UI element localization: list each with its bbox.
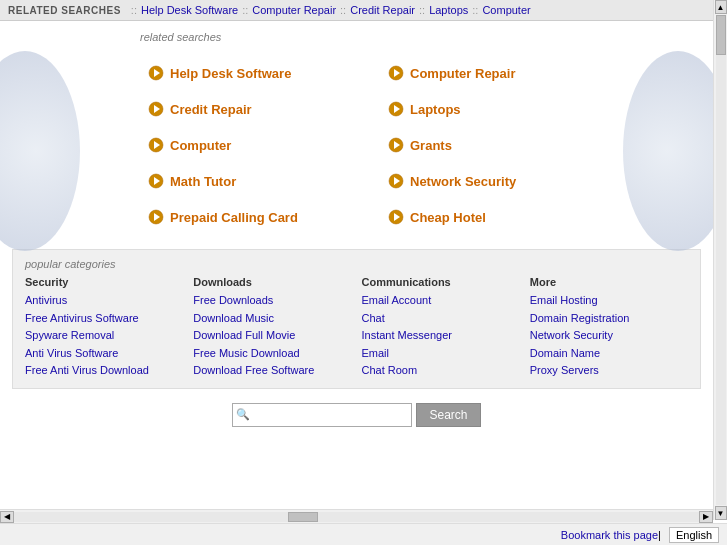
cat-link-domain-name[interactable]: Domain Name <box>530 345 688 363</box>
search-grid: Help Desk Software Computer Repair Credi… <box>140 55 620 235</box>
search-item-prepaid-calling: Prepaid Calling Card <box>140 199 380 235</box>
language-selector[interactable]: English <box>669 527 719 543</box>
cat-link-free-downloads[interactable]: Free Downloads <box>193 292 351 310</box>
nav-link-2[interactable]: Credit Repair <box>350 4 415 16</box>
arrow-icon-3 <box>388 101 404 117</box>
cat-link-chat-room[interactable]: Chat Room <box>362 362 520 380</box>
category-more: More Email Hosting Domain Registration N… <box>530 276 688 380</box>
category-downloads: Downloads Free Downloads Download Music … <box>193 276 351 380</box>
cat-header-communications: Communications <box>362 276 520 288</box>
search-link-computer-repair[interactable]: Computer Repair <box>410 66 515 81</box>
search-link-computer[interactable]: Computer <box>170 138 231 153</box>
search-bar: 🔍 Search <box>0 393 713 437</box>
bottom-bar: Bookmark this page | English <box>0 523 727 545</box>
scroll-track-vertical <box>716 15 726 505</box>
search-link-math-tutor[interactable]: Math Tutor <box>170 174 236 189</box>
category-security: Security Antivirus Free Antivirus Softwa… <box>25 276 183 380</box>
search-item-cheap-hotel: Cheap Hotel <box>380 199 620 235</box>
search-item-computer-repair: Computer Repair <box>380 55 620 91</box>
arrow-icon-5 <box>388 137 404 153</box>
search-item-computer: Computer <box>140 127 380 163</box>
cat-link-domain-reg[interactable]: Domain Registration <box>530 310 688 328</box>
scroll-track-horizontal <box>14 512 699 522</box>
cat-link-proxy-servers[interactable]: Proxy Servers <box>530 362 688 380</box>
category-communications: Communications Email Account Chat Instan… <box>362 276 520 380</box>
search-input[interactable] <box>232 403 412 427</box>
scroll-down-button[interactable]: ▼ <box>715 506 727 520</box>
search-input-wrapper: 🔍 <box>232 403 412 427</box>
cat-header-more: More <box>530 276 688 288</box>
search-item-network-security: Network Security <box>380 163 620 199</box>
bookmark-link[interactable]: Bookmark this page <box>561 529 658 541</box>
popular-categories-section: popular categories Security Antivirus Fr… <box>12 249 701 389</box>
search-button[interactable]: Search <box>416 403 480 427</box>
search-link-grants[interactable]: Grants <box>410 138 452 153</box>
sep1: :: <box>131 4 137 16</box>
cat-link-antivirus[interactable]: Antivirus <box>25 292 183 310</box>
nav-link-0[interactable]: Help Desk Software <box>141 4 238 16</box>
cat-link-free-music-dl[interactable]: Free Music Download <box>193 345 351 363</box>
search-link-network-security[interactable]: Network Security <box>410 174 516 189</box>
top-nav-bar: RELATED SEARCHES :: Help Desk Software :… <box>0 0 727 21</box>
scroll-thumb-horizontal[interactable] <box>288 512 318 522</box>
cat-link-email-hosting[interactable]: Email Hosting <box>530 292 688 310</box>
cat-link-chat[interactable]: Chat <box>362 310 520 328</box>
cat-link-download-movie[interactable]: Download Full Movie <box>193 327 351 345</box>
search-item-help-desk: Help Desk Software <box>140 55 380 91</box>
cat-link-spyware[interactable]: Spyware Removal <box>25 327 183 345</box>
cat-link-network-security[interactable]: Network Security <box>530 327 688 345</box>
cat-link-download-free-sw[interactable]: Download Free Software <box>193 362 351 380</box>
search-item-laptops: Laptops <box>380 91 620 127</box>
related-searches-title: related searches <box>140 31 693 43</box>
cat-link-free-anti-virus-dl[interactable]: Free Anti Virus Download <box>25 362 183 380</box>
arrow-icon-8 <box>148 209 164 225</box>
arrow-icon-7 <box>388 173 404 189</box>
nav-link-1[interactable]: Computer Repair <box>252 4 336 16</box>
search-item-math-tutor: Math Tutor <box>140 163 380 199</box>
cat-link-antivirus-sw[interactable]: Anti Virus Software <box>25 345 183 363</box>
cat-link-email-account[interactable]: Email Account <box>362 292 520 310</box>
cat-header-downloads: Downloads <box>193 276 351 288</box>
scroll-thumb-vertical[interactable] <box>716 15 726 55</box>
search-icon: 🔍 <box>236 408 250 421</box>
search-link-cheap-hotel[interactable]: Cheap Hotel <box>410 210 486 225</box>
bottom-separator: | <box>658 529 661 541</box>
arrow-icon-4 <box>148 137 164 153</box>
horizontal-scrollbar[interactable]: ◀ ▶ <box>0 509 713 523</box>
vertical-scrollbar[interactable]: ▲ ▼ <box>713 0 727 520</box>
arrow-icon-6 <box>148 173 164 189</box>
arrow-icon-0 <box>148 65 164 81</box>
search-link-help-desk[interactable]: Help Desk Software <box>170 66 291 81</box>
cat-link-email[interactable]: Email <box>362 345 520 363</box>
nav-link-3[interactable]: Laptops <box>429 4 468 16</box>
arrow-icon-1 <box>388 65 404 81</box>
scroll-right-button[interactable]: ▶ <box>699 511 713 523</box>
cat-link-download-music[interactable]: Download Music <box>193 310 351 328</box>
cat-header-security: Security <box>25 276 183 288</box>
scroll-left-button[interactable]: ◀ <box>0 511 14 523</box>
search-item-grants: Grants <box>380 127 620 163</box>
search-link-laptops[interactable]: Laptops <box>410 102 461 117</box>
related-searches-label: RELATED SEARCHES <box>8 5 121 16</box>
arrow-icon-9 <box>388 209 404 225</box>
popular-title: popular categories <box>25 258 688 270</box>
nav-link-4[interactable]: Computer <box>482 4 530 16</box>
cat-link-instant-messenger[interactable]: Instant Messenger <box>362 327 520 345</box>
search-item-credit-repair: Credit Repair <box>140 91 380 127</box>
search-results-section: related searches Help Desk Software Comp… <box>0 21 713 245</box>
arrow-icon-2 <box>148 101 164 117</box>
scroll-up-button[interactable]: ▲ <box>715 0 727 14</box>
search-link-prepaid-calling[interactable]: Prepaid Calling Card <box>170 210 298 225</box>
categories-grid: Security Antivirus Free Antivirus Softwa… <box>25 276 688 380</box>
cat-link-free-antivirus[interactable]: Free Antivirus Software <box>25 310 183 328</box>
search-link-credit-repair[interactable]: Credit Repair <box>170 102 252 117</box>
